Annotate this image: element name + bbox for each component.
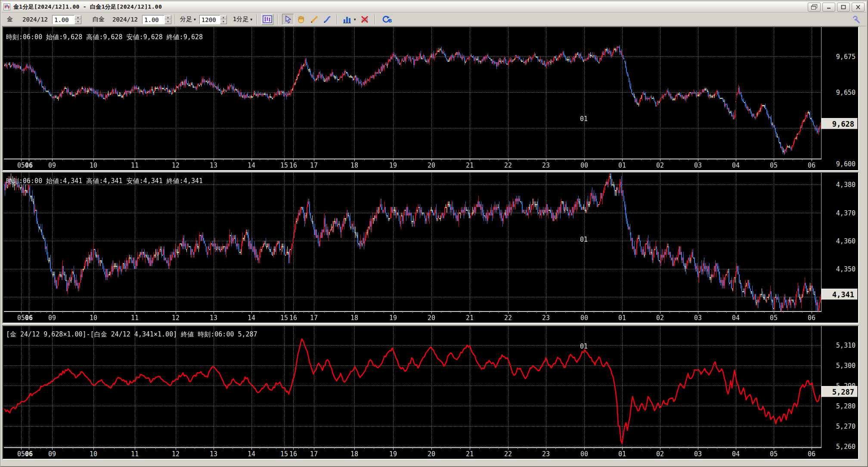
time-axis-label: 03: [694, 450, 702, 458]
maximize-button[interactable]: [837, 3, 850, 12]
minor-tick: [594, 311, 594, 313]
time-axis-label: 06: [25, 162, 33, 169]
hour-tick: [812, 311, 812, 314]
platinum-price-axis[interactable]: 4,341 4,3804,3704,3604,350: [822, 173, 858, 323]
minor-tick: [651, 311, 651, 313]
spin-down-button[interactable]: ▼: [220, 19, 227, 24]
minor-tick: [632, 159, 632, 160]
pencil-icon: [310, 15, 318, 24]
minor-tick: [717, 448, 717, 449]
trendline-pencil-tool-button[interactable]: [308, 14, 320, 25]
minor-tick: [334, 311, 335, 313]
close-button[interactable]: [852, 3, 865, 12]
minor-tick: [185, 448, 186, 449]
hour-tick: [176, 448, 176, 450]
hour-tick: [470, 311, 470, 314]
gold-contract-month[interactable]: 2024/12: [22, 16, 48, 23]
minor-tick: [802, 448, 803, 449]
gold-price-axis[interactable]: 9,628 9,6759,6509,600: [822, 27, 858, 170]
minor-tick: [276, 159, 276, 160]
minor-tick: [527, 311, 527, 313]
platinum-time-axis[interactable]: 0506091011121314151617181920212223000102…: [4, 311, 822, 323]
app-window: 金1分足[2024/12]1.00 - 白金1分足[2024/12]1.00: [0, 0, 868, 467]
time-axis-label: 06: [808, 314, 815, 322]
minor-tick: [83, 311, 84, 313]
time-axis-label: 11: [131, 450, 139, 458]
minor-tick: [304, 311, 304, 313]
hour-tick: [135, 311, 135, 314]
hour-tick: [660, 448, 660, 450]
spin-down-button[interactable]: ▼: [74, 19, 81, 24]
minor-tick: [499, 311, 499, 313]
minor-tick: [764, 159, 765, 160]
time-axis-label: 09: [48, 162, 56, 169]
minor-tick: [441, 311, 441, 313]
time-axis-label: 02: [656, 450, 664, 458]
time-axis-label: 15: [280, 450, 288, 458]
minor-tick: [726, 448, 727, 449]
price-axis-label: 4,350: [836, 265, 856, 273]
minor-tick: [242, 159, 242, 160]
time-axis-label: 04: [732, 162, 740, 169]
minor-tick: [679, 159, 679, 160]
platinum-last-price-badge: 4,341: [822, 289, 858, 300]
remove-indicator-button[interactable]: [359, 14, 371, 25]
platinum-candlestick-chart[interactable]: [4, 173, 822, 311]
minor-tick: [536, 311, 537, 313]
hour-tick: [354, 448, 355, 450]
gold-multiplier-spinner: ▲▼: [74, 15, 81, 24]
minor-tick: [518, 159, 518, 160]
time-axis-label: 01: [618, 314, 626, 322]
pan-hand-tool-button[interactable]: [295, 14, 307, 25]
price-axis-label: 5,260: [836, 443, 856, 451]
chart-settings-button[interactable]: [261, 14, 273, 25]
spin-down-button[interactable]: ▼: [164, 19, 171, 24]
hour-tick: [176, 311, 176, 314]
hour-tick: [774, 311, 774, 314]
chevron-down-icon: ▼: [250, 18, 252, 22]
hour-tick: [622, 311, 623, 314]
settings-wrench-button[interactable]: [850, 14, 862, 25]
minimize-button[interactable]: [822, 3, 835, 12]
spin-up-button[interactable]: ▲: [164, 15, 171, 20]
minor-tick: [195, 448, 195, 449]
spread-line-chart[interactable]: [4, 326, 822, 448]
minor-tick: [324, 448, 325, 449]
select-cursor-tool-button[interactable]: [282, 14, 294, 25]
spread-time-axis[interactable]: 0506091011121314151617181920212223000102…: [4, 448, 822, 459]
spin-up-button[interactable]: ▲: [220, 15, 227, 20]
time-axis-label: 05: [17, 450, 25, 458]
hour-tick: [251, 311, 252, 314]
time-axis-label: 23: [542, 162, 550, 169]
cascade-window-button[interactable]: [808, 3, 821, 12]
minor-tick: [688, 159, 689, 160]
platinum-multiplier-input[interactable]: 1.00: [142, 15, 164, 24]
draw-pen-tool-button[interactable]: [321, 14, 333, 25]
minor-tick: [62, 311, 63, 313]
minor-tick: [518, 448, 518, 449]
minor-tick: [204, 311, 205, 313]
hour-tick: [698, 448, 698, 450]
gold-time-axis[interactable]: 0506091011121314151617181920212223000102…: [4, 159, 822, 170]
time-axis-label: 03: [694, 162, 702, 169]
interval-type-dropdown[interactable]: 分足 ▼: [180, 16, 196, 23]
platinum-contract-month[interactable]: 2024/12: [112, 16, 138, 23]
gold-multiplier-input[interactable]: 1.00: [52, 15, 74, 24]
minor-tick: [412, 448, 413, 449]
price-axis-label: 4,360: [836, 237, 856, 245]
minor-tick: [83, 159, 84, 160]
spin-up-button[interactable]: ▲: [74, 15, 81, 20]
minor-tick: [46, 448, 47, 449]
minor-tick: [242, 448, 242, 449]
indicator-menu-button[interactable]: ▼: [341, 14, 358, 25]
minor-tick: [613, 448, 613, 449]
refresh-button[interactable]: B: [379, 14, 394, 25]
spread-value-axis[interactable]: 5,287 5,3105,3005,2905,2805,2705,260: [822, 326, 858, 459]
hour-tick: [736, 311, 736, 314]
gold-candlestick-chart[interactable]: [4, 27, 822, 159]
minor-tick: [707, 448, 708, 449]
bar-count-input[interactable]: 1200: [199, 15, 220, 24]
timeframe-dropdown[interactable]: 1分足 ▼: [233, 16, 252, 23]
minor-tick: [717, 159, 717, 160]
app-icon[interactable]: [3, 3, 10, 10]
